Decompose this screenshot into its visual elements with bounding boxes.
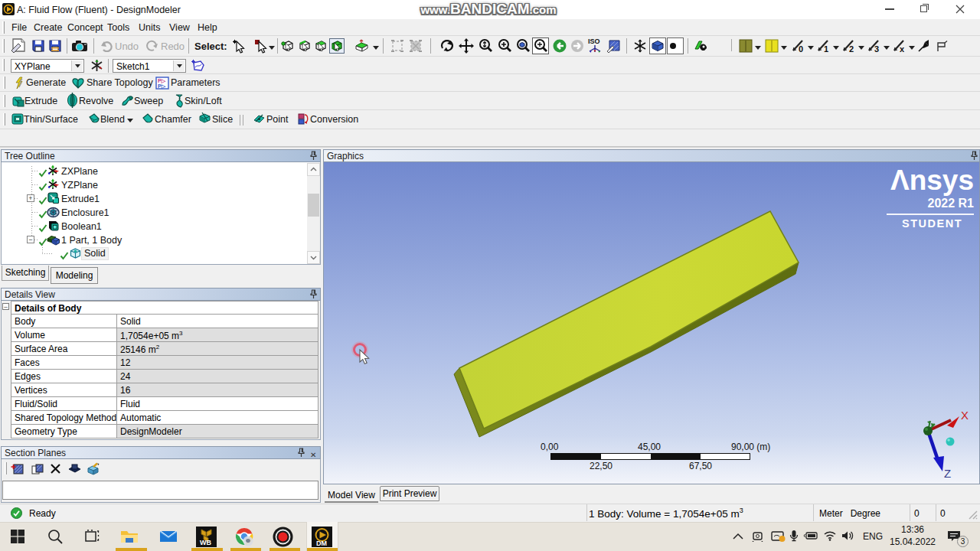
svg-text:1: 1	[824, 44, 828, 54]
svg-text:DM: DM	[316, 540, 327, 547]
svg-text:2: 2	[849, 44, 854, 54]
svg-text:0: 0	[799, 44, 803, 54]
svg-text:x: x	[900, 44, 905, 54]
svg-text:Z: Z	[944, 467, 951, 480]
svg-text:ISO: ISO	[588, 37, 600, 45]
svg-text:3: 3	[874, 44, 879, 54]
svg-text:WB: WB	[200, 539, 211, 546]
svg-text:X: X	[961, 409, 969, 422]
svg-text:P▷: P▷	[158, 83, 166, 90]
